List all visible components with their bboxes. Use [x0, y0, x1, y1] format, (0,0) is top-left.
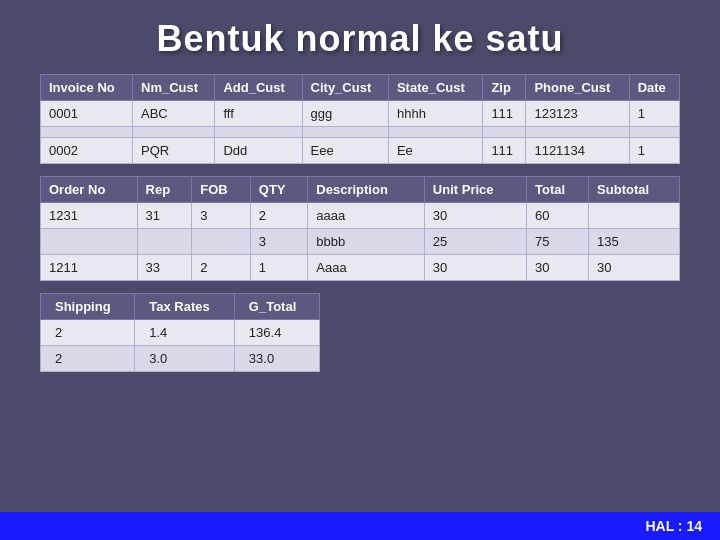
table-cell: aaaa [308, 203, 425, 229]
table-row: 12313132aaaa3060 [41, 203, 680, 229]
column-header: Description [308, 177, 425, 203]
table-cell: 1.4 [135, 320, 235, 346]
table-cell [215, 127, 302, 138]
column-header: FOB [192, 177, 251, 203]
column-header: State_Cust [388, 75, 482, 101]
table-cell [41, 229, 138, 255]
table-cell: 31 [137, 203, 192, 229]
table-cell: 123123 [526, 101, 629, 127]
page-number: HAL : 14 [645, 518, 702, 534]
table-cell [483, 127, 526, 138]
table-cell: 30 [424, 203, 526, 229]
table-cell: 1 [250, 255, 308, 281]
order-table: Order NoRepFOBQTYDescriptionUnit PriceTo… [40, 176, 680, 281]
table-row: 21.4136.4 [41, 320, 320, 346]
table-row [41, 127, 680, 138]
column-header: Date [629, 75, 679, 101]
table-cell [388, 127, 482, 138]
table-cell: 1211 [41, 255, 138, 281]
table-row: 23.033.0 [41, 346, 320, 372]
table-cell: Ee [388, 138, 482, 164]
table-cell: 3 [250, 229, 308, 255]
table-cell [302, 127, 388, 138]
table-cell: 30 [589, 255, 680, 281]
page-title: Bentuk normal ke satu [0, 0, 720, 74]
table-cell: 2 [41, 320, 135, 346]
column-header: Add_Cust [215, 75, 302, 101]
table-cell: Ddd [215, 138, 302, 164]
table-cell: 0001 [41, 101, 133, 127]
table-cell [589, 203, 680, 229]
table-cell [41, 127, 133, 138]
table-cell: 2 [41, 346, 135, 372]
table-cell [133, 127, 215, 138]
invoice-table: Invoice NoNm_CustAdd_CustCity_CustState_… [40, 74, 680, 164]
column-header: Nm_Cust [133, 75, 215, 101]
table-cell: 1 [629, 101, 679, 127]
table-cell: 30 [527, 255, 589, 281]
table-cell: Aaaa [308, 255, 425, 281]
table-cell: 136.4 [234, 320, 319, 346]
table-cell: 1121134 [526, 138, 629, 164]
table-row: 12113321Aaaa303030 [41, 255, 680, 281]
column-header: Tax Rates [135, 294, 235, 320]
table-cell: 2 [250, 203, 308, 229]
column-header: City_Cust [302, 75, 388, 101]
table-cell: fff [215, 101, 302, 127]
column-header: Unit Price [424, 177, 526, 203]
table-cell: 111 [483, 101, 526, 127]
table-cell: ggg [302, 101, 388, 127]
table-cell: 1 [629, 138, 679, 164]
column-header: Zip [483, 75, 526, 101]
table-cell: 33 [137, 255, 192, 281]
table-cell [137, 229, 192, 255]
table-cell: 0002 [41, 138, 133, 164]
table-cell: 60 [527, 203, 589, 229]
column-header: Order No [41, 177, 138, 203]
table-row: 3bbbb2575135 [41, 229, 680, 255]
table-cell [629, 127, 679, 138]
table-cell: 3.0 [135, 346, 235, 372]
column-header: G_Total [234, 294, 319, 320]
table-cell: 3 [192, 203, 251, 229]
column-header: Phone_Cust [526, 75, 629, 101]
column-header: Total [527, 177, 589, 203]
table-cell: 2 [192, 255, 251, 281]
table-cell: Eee [302, 138, 388, 164]
column-header: Invoice No [41, 75, 133, 101]
column-header: Shipping [41, 294, 135, 320]
table-row: 0002PQRDddEeeEe11111211341 [41, 138, 680, 164]
table-cell: ABC [133, 101, 215, 127]
table-cell: 1231 [41, 203, 138, 229]
table-cell: 30 [424, 255, 526, 281]
table-cell: 75 [527, 229, 589, 255]
table-cell: 33.0 [234, 346, 319, 372]
table-row: 0001ABCfffggghhhh1111231231 [41, 101, 680, 127]
table-cell [526, 127, 629, 138]
table-cell: bbbb [308, 229, 425, 255]
footer-bar: HAL : 14 [0, 512, 720, 540]
table-cell: hhhh [388, 101, 482, 127]
column-header: QTY [250, 177, 308, 203]
table-cell: 111 [483, 138, 526, 164]
column-header: Subtotal [589, 177, 680, 203]
table-cell: PQR [133, 138, 215, 164]
table-cell [192, 229, 251, 255]
table-cell: 135 [589, 229, 680, 255]
table-cell: 25 [424, 229, 526, 255]
column-header: Rep [137, 177, 192, 203]
summary-table: ShippingTax RatesG_Total 21.4136.423.033… [40, 293, 320, 372]
